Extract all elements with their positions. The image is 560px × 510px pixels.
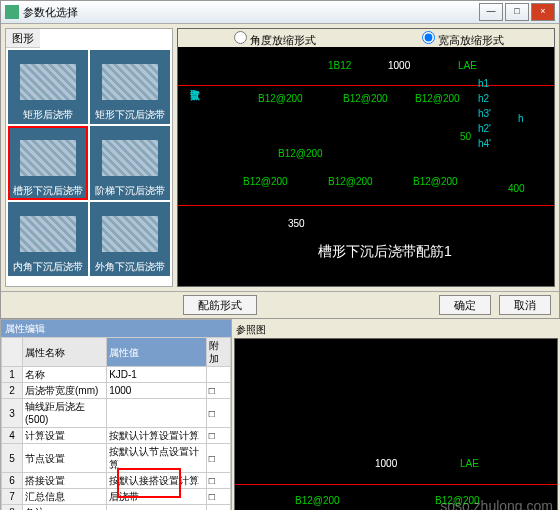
prop-extra[interactable]: □ bbox=[206, 444, 230, 473]
row-num: 1 bbox=[2, 367, 23, 383]
shape-rect-drop[interactable]: 矩形下沉后浇带 bbox=[90, 50, 170, 124]
prop-value[interactable]: 按默认计算设置计算 bbox=[107, 428, 207, 444]
row-num: 4 bbox=[2, 428, 23, 444]
prop-extra[interactable]: □ bbox=[206, 473, 230, 489]
highlight-box bbox=[117, 468, 181, 498]
prop-value[interactable]: 1000 bbox=[107, 383, 207, 399]
cad-dim: 1000 bbox=[388, 59, 410, 72]
cad-dim: h2 bbox=[478, 92, 489, 105]
cad-dim: 50 bbox=[460, 130, 471, 143]
cad-dim: h4' bbox=[478, 137, 491, 150]
preview-title: 参照图 bbox=[234, 321, 558, 338]
prop-name: 后浇带宽度(mm) bbox=[23, 383, 107, 399]
shape-trough-drop[interactable]: 槽形下沉后浇带 bbox=[8, 126, 88, 200]
row-num: 8 bbox=[2, 505, 23, 511]
minimize-button[interactable]: — bbox=[479, 3, 503, 21]
app-icon bbox=[5, 5, 19, 19]
row-num: 2 bbox=[2, 383, 23, 399]
style-button[interactable]: 配筋形式 bbox=[183, 295, 257, 315]
shape-rect[interactable]: 矩形后浇带 bbox=[8, 50, 88, 124]
close-button[interactable]: × bbox=[531, 3, 555, 21]
prop-name: 备注 bbox=[23, 505, 107, 511]
row-num: 3 bbox=[2, 399, 23, 428]
shape-palette: 图形 矩形后浇带 矩形下沉后浇带 槽形下沉后浇带 阶梯下沉后浇带 内角下沉后浇带… bbox=[5, 28, 173, 287]
cad-label: LAE bbox=[458, 59, 477, 72]
cad-dim: h3' bbox=[478, 107, 491, 120]
prop-value[interactable] bbox=[107, 505, 207, 511]
cad-rebar: B12@200 bbox=[295, 494, 340, 507]
col-value: 属性值 bbox=[107, 338, 207, 367]
shape-step-drop[interactable]: 阶梯下沉后浇带 bbox=[90, 126, 170, 200]
prop-name: 名称 bbox=[23, 367, 107, 383]
cancel-button[interactable]: 取消 bbox=[499, 295, 551, 315]
cad-label: LAE bbox=[460, 457, 479, 470]
cad-dim: 1000 bbox=[375, 457, 397, 470]
cad-rebar: B12@200 bbox=[258, 92, 303, 105]
ok-button[interactable]: 确定 bbox=[439, 295, 491, 315]
prop-name: 搭接设置 bbox=[23, 473, 107, 489]
shape-outer-corner[interactable]: 外角下沉后浇带 bbox=[90, 202, 170, 276]
palette-tab[interactable]: 图形 bbox=[6, 29, 40, 48]
row-num: 5 bbox=[2, 444, 23, 473]
prop-extra[interactable]: □ bbox=[206, 489, 230, 505]
col-extra: 附加 bbox=[206, 338, 230, 367]
cad-rebar: B12@200 bbox=[243, 175, 288, 188]
col-name: 属性名称 bbox=[23, 338, 107, 367]
cad-dim: h2' bbox=[478, 122, 491, 135]
cad-dim: 350 bbox=[288, 217, 305, 230]
prop-extra[interactable]: □ bbox=[206, 399, 230, 428]
prop-extra[interactable]: □ bbox=[206, 505, 230, 511]
cad-rebar: B12@200 bbox=[278, 147, 323, 160]
row-num: 7 bbox=[2, 489, 23, 505]
prop-name: 汇总信息 bbox=[23, 489, 107, 505]
prop-extra[interactable]: □ bbox=[206, 383, 230, 399]
prop-name: 轴线距后浇左(500) bbox=[23, 399, 107, 428]
radio-angle[interactable]: 角度放缩形式 bbox=[229, 28, 316, 47]
window-title: 参数化选择 bbox=[23, 5, 479, 19]
cad-dim: 400 bbox=[508, 182, 525, 195]
props-title: 属性编辑 bbox=[1, 320, 231, 337]
prop-value[interactable]: KJD-1 bbox=[107, 367, 207, 383]
row-num: 6 bbox=[2, 473, 23, 489]
cad-dim: h bbox=[518, 112, 524, 125]
cad-title: 槽形下沉后浇带配筋1 bbox=[318, 242, 452, 260]
cad-rebar: B12@200 bbox=[413, 175, 458, 188]
watermark: soso.zhulong.com bbox=[440, 497, 553, 510]
maximize-button[interactable]: □ bbox=[505, 3, 529, 21]
cad-preview: 角度放缩形式 宽高放缩形式 1B12 1000 LAE 取节点设置 B12@20… bbox=[177, 28, 555, 287]
radio-wh[interactable]: 宽高放缩形式 bbox=[417, 28, 504, 47]
prop-extra[interactable]: □ bbox=[206, 428, 230, 444]
shape-inner-corner[interactable]: 内角下沉后浇带 bbox=[8, 202, 88, 276]
cad-rebar: B12@200 bbox=[328, 175, 373, 188]
prop-name: 节点设置 bbox=[23, 444, 107, 473]
cad-rebar: B12@200 bbox=[415, 92, 460, 105]
prop-name: 计算设置 bbox=[23, 428, 107, 444]
prop-extra[interactable] bbox=[206, 367, 230, 383]
cad-rebar: B12@200 bbox=[343, 92, 388, 105]
cad-preview-2: 1000 LAE B12@200 B12@200 soso.zhulong.co… bbox=[234, 338, 558, 510]
cad-label: 1B12 bbox=[328, 59, 351, 72]
prop-value[interactable] bbox=[107, 399, 207, 428]
property-editor: 属性编辑 属性名称属性值附加 1名称KJD-12后浇带宽度(mm)1000□3轴… bbox=[0, 319, 232, 510]
cad-dim: h1 bbox=[478, 77, 489, 90]
